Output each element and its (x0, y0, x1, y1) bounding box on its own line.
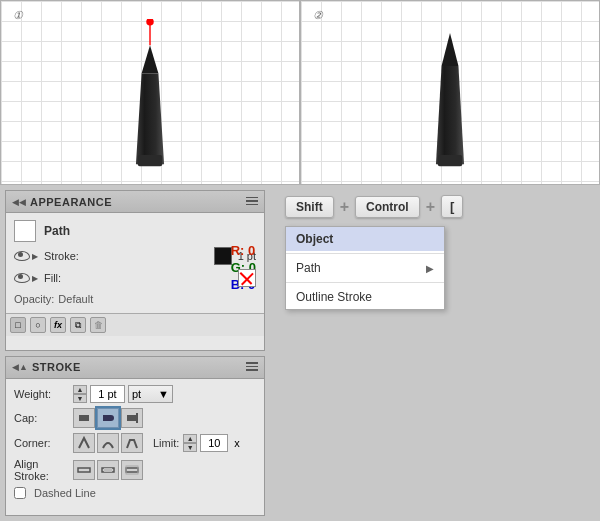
weight-stepper-up[interactable]: ▲ (73, 385, 87, 394)
opacity-label: Opacity: (14, 293, 54, 305)
limit-input[interactable] (200, 434, 228, 452)
menu-divider-1 (286, 253, 444, 254)
svg-rect-4 (138, 155, 162, 166)
add-fill-button[interactable]: ○ (30, 317, 46, 333)
opacity-value: Default (58, 293, 93, 305)
plus-1: + (340, 198, 349, 216)
fill-label: Fill: (44, 272, 234, 284)
add-stroke-button[interactable]: □ (10, 317, 26, 333)
menu-path-label: Path (296, 261, 321, 275)
menu-divider-2 (286, 282, 444, 283)
limit-stepper-up[interactable]: ▲ (183, 434, 197, 443)
align-stroke-label: Align Stroke: (14, 458, 69, 482)
appearance-title-bar: Path (10, 217, 260, 245)
dashed-checkbox[interactable] (14, 487, 26, 499)
bracket-key[interactable]: [ (441, 195, 463, 218)
appearance-panel: ◀◀ APPEARANCE Path R: 0 G: (5, 190, 265, 351)
stroke-row: ▶ Stroke: 1 pt (10, 245, 260, 267)
plus-2: + (426, 198, 435, 216)
right-panel: Shift + Control + [ Object Path ▶ Outlin… (270, 185, 600, 521)
svg-rect-15 (104, 468, 112, 472)
align-buttons (73, 460, 143, 480)
cap-square-button[interactable] (121, 408, 143, 428)
panel-number-1: ① (13, 9, 23, 22)
fill-color-swatch[interactable] (238, 269, 256, 287)
stroke-visibility-icon[interactable] (14, 251, 28, 261)
cap-butt-button[interactable] (73, 408, 95, 428)
fill-none-indicator (239, 270, 255, 286)
weight-stepper[interactable]: ▲ ▼ (73, 385, 87, 403)
stroke-panel: ◀▲ STROKE Weight: ▲ ▼ (5, 356, 265, 517)
cap-label: Cap: (14, 412, 69, 424)
fill-row: ▶ Fill: (10, 267, 260, 289)
dashed-label: Dashed Line (34, 487, 96, 499)
dashed-line-row: Dashed Line (14, 487, 256, 499)
menu-outline-stroke-label: Outline Stroke (296, 290, 372, 304)
limit-stepper[interactable]: ▲ ▼ (183, 434, 197, 452)
svg-rect-17 (126, 466, 138, 474)
svg-marker-3 (136, 73, 164, 164)
svg-rect-11 (127, 415, 137, 421)
corner-miter-button[interactable] (73, 433, 95, 453)
corner-buttons (73, 433, 143, 453)
weight-unit-dropdown[interactable]: pt▼ (128, 385, 173, 403)
stroke-panel-title: STROKE (32, 361, 81, 373)
panel-resize-left[interactable]: ◀◀ (12, 197, 26, 207)
svg-marker-5 (442, 33, 459, 66)
svg-rect-8 (79, 415, 89, 421)
align-center-button[interactable] (73, 460, 95, 480)
duplicate-button[interactable]: ⧉ (70, 317, 86, 333)
align-inside-button[interactable] (97, 460, 119, 480)
limit-label: Limit: (153, 437, 179, 449)
corner-round-button[interactable] (97, 433, 119, 453)
stroke-color-swatch[interactable] (214, 247, 232, 265)
cap-row: Cap: (14, 408, 256, 428)
shift-key[interactable]: Shift (285, 196, 334, 218)
corner-label: Corner: (14, 437, 69, 449)
weight-stepper-down[interactable]: ▼ (73, 394, 87, 403)
canvas-panel-1: ① (0, 0, 300, 185)
weight-input-group: ▲ ▼ pt▼ (73, 385, 173, 403)
svg-rect-12 (136, 413, 138, 423)
appearance-item-name: Path (44, 224, 70, 238)
panel-number-2: ② (313, 9, 323, 22)
corner-bevel-button[interactable] (121, 433, 143, 453)
appearance-menu-icon[interactable] (246, 197, 258, 207)
svg-point-10 (108, 415, 114, 421)
pen-with-dot (115, 19, 185, 171)
fill-visibility-icon[interactable] (14, 273, 28, 283)
menu-path-arrow: ▶ (426, 263, 434, 274)
menu-item-path[interactable]: Path ▶ (286, 256, 444, 280)
fx-button[interactable]: fx (50, 317, 66, 333)
canvas-area: 思纬设计论坛 www.MISSVUAN.com ① (0, 0, 600, 185)
fill-expand-icon[interactable]: ▶ (32, 274, 40, 283)
menu-item-outline-stroke[interactable]: Outline Stroke (286, 285, 444, 309)
align-stroke-row: Align Stroke: (14, 458, 256, 482)
weight-input[interactable] (90, 385, 125, 403)
align-outside-button[interactable] (121, 460, 143, 480)
svg-rect-16 (126, 468, 138, 472)
menu-object-label: Object (296, 232, 333, 246)
canvas-panel-2: ② (300, 0, 600, 185)
stroke-menu-icon[interactable] (246, 362, 258, 372)
bottom-area: ◀◀ APPEARANCE Path R: 0 G: (0, 185, 600, 521)
cap-buttons (73, 408, 143, 428)
cap-round-button[interactable] (97, 408, 119, 428)
svg-marker-2 (142, 45, 159, 73)
pen-svg-1 (115, 19, 185, 169)
weight-label: Weight: (14, 388, 69, 400)
limit-x: x (234, 437, 240, 449)
delete-button[interactable]: 🗑 (90, 317, 106, 333)
pen-svg-2 (415, 19, 485, 169)
appearance-title: APPEARANCE (30, 196, 112, 208)
stroke-expand-icon[interactable]: ▶ (32, 252, 40, 261)
appearance-bottom-bar: □ ○ fx ⧉ 🗑 (6, 313, 264, 336)
svg-point-1 (146, 19, 154, 26)
menu-item-object[interactable]: Object (286, 227, 444, 251)
control-key[interactable]: Control (355, 196, 420, 218)
svg-marker-6 (436, 66, 464, 164)
stroke-panel-resize-left[interactable]: ◀▲ (12, 362, 28, 372)
limit-stepper-down[interactable]: ▼ (183, 443, 197, 452)
limit-input-group: ▲ ▼ (183, 434, 228, 452)
stroke-panel-content: Weight: ▲ ▼ pt▼ Cap: (6, 379, 264, 510)
